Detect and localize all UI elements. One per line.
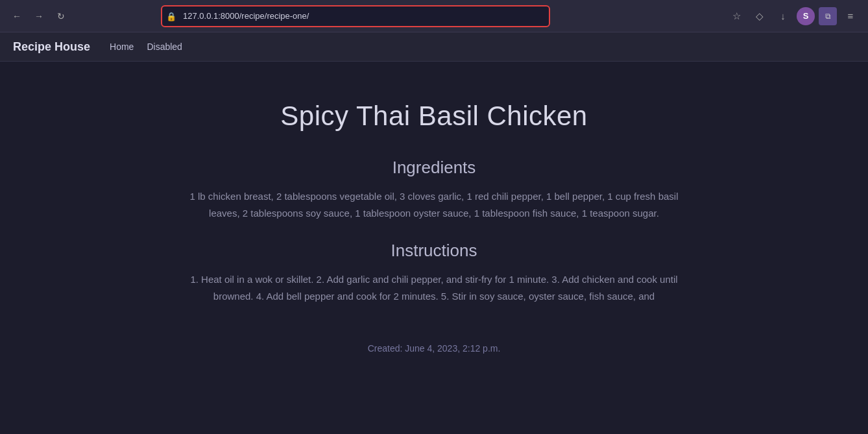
menu-button[interactable]: ≡ xyxy=(841,6,860,26)
insecure-icon: 🔒 xyxy=(166,11,176,21)
ingredients-section: Ingredients 1 lb chicken breast, 2 table… xyxy=(142,158,726,221)
url-text: 127.0.0.1:8000/recipe/recipe-one/ xyxy=(183,11,309,21)
nav-disabled[interactable]: Disabled xyxy=(147,42,182,52)
browser-chrome: ← → ↻ 🔒 127.0.0.1:8000/recipe/recipe-one… xyxy=(0,0,868,32)
site-brand: Recipe House xyxy=(13,40,90,54)
instructions-text: 1. Heat oil in a wok or skillet. 2. Add … xyxy=(175,271,693,304)
site-navbar: Recipe House Home Disabled xyxy=(0,32,868,62)
instructions-section: Instructions 1. Heat oil in a wok or ski… xyxy=(142,241,726,304)
back-button[interactable]: ← xyxy=(8,7,26,25)
browser-actions: ☆ ◇ ↓ S ⧉ ≡ xyxy=(727,6,860,26)
refresh-button[interactable]: ↻ xyxy=(52,7,70,25)
ingredients-heading: Ingredients xyxy=(142,158,726,178)
download-button[interactable]: ↓ xyxy=(773,6,793,26)
bookmark-button[interactable]: ☆ xyxy=(727,6,746,26)
instructions-heading: Instructions xyxy=(142,241,726,261)
pocket-button[interactable]: ◇ xyxy=(750,6,769,26)
main-content: Spicy Thai Basil Chicken Ingredients 1 l… xyxy=(0,62,868,434)
address-bar[interactable]: 127.0.0.1:8000/recipe/recipe-one/ xyxy=(161,5,550,27)
forward-button[interactable]: → xyxy=(30,7,48,25)
recipe-title: Spicy Thai Basil Chicken xyxy=(280,101,587,132)
extension-button[interactable]: ⧉ xyxy=(819,7,837,25)
address-bar-container: 🔒 127.0.0.1:8000/recipe/recipe-one/ xyxy=(161,5,550,27)
nav-buttons: ← → ↻ xyxy=(8,7,70,25)
profile-button[interactable]: S xyxy=(797,7,815,25)
nav-home[interactable]: Home xyxy=(110,42,134,52)
recipe-created: Created: June 4, 2023, 2:12 p.m. xyxy=(368,343,501,354)
ingredients-text: 1 lb chicken breast, 2 tablespoons veget… xyxy=(175,188,693,221)
